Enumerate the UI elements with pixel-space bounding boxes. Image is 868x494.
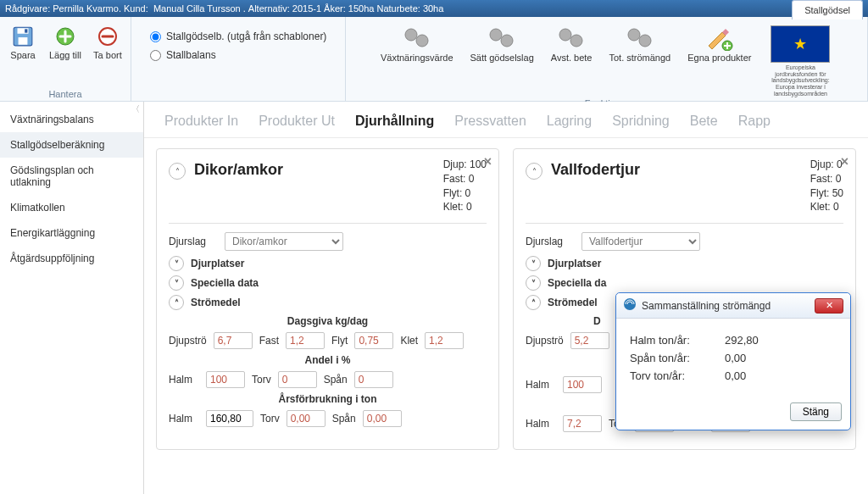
func-label-1: Växtnäringsvärde — [381, 53, 453, 63]
klet-input[interactable] — [425, 332, 464, 349]
mode-radio-stallbalans-input[interactable] — [150, 50, 161, 61]
djupstro-label: Djupströ — [169, 335, 207, 347]
func-tot-stromangd[interactable]: Tot. strömängd — [609, 25, 670, 63]
remove-button[interactable]: Ta bort — [93, 25, 122, 60]
collapse-sidebar-icon[interactable]: 〈 — [131, 103, 140, 115]
add-button[interactable]: Lägg till — [49, 25, 81, 60]
remove-label: Ta bort — [93, 50, 122, 60]
mode-radio-schablon-input[interactable] — [150, 31, 161, 42]
pencil-add-icon — [704, 25, 735, 51]
ars-span-input[interactable] — [363, 410, 402, 427]
app-logo-icon — [623, 297, 637, 314]
djurslag-label: Djurslag — [526, 236, 575, 247]
ribbon-tab-stallgodsel[interactable]: Stallgödsel — [792, 0, 863, 19]
modal-close-button[interactable]: ✕ — [815, 298, 843, 314]
flyt-input[interactable] — [354, 332, 393, 349]
tab-pressvatten[interactable]: Pressvatten — [454, 114, 526, 129]
section-stromedel-label: Strömedel — [548, 297, 598, 308]
andel-halm-input[interactable] — [563, 376, 602, 393]
toggle-stromedel[interactable]: ˄ — [169, 295, 184, 310]
gears-icon — [556, 25, 587, 51]
close-card-icon[interactable]: × — [484, 154, 492, 169]
toggle-speciella[interactable]: ˅ — [169, 275, 184, 291]
subtabs: Produkter In Produkter Ut Djurhållning P… — [144, 102, 868, 138]
ribbon: Spara Lägg till Ta bort Hantera Stallgöd… — [0, 17, 868, 102]
card-dikor-amkor: × ˄ Dikor/amkor Djup: 100 Fast: 0 Flyt: … — [156, 148, 499, 450]
mode-radio-stallbalans[interactable]: Stallbalans — [150, 49, 216, 61]
stat-fast: Fast: 0 — [443, 172, 487, 186]
func-egna-produkter[interactable]: Egna produkter — [687, 25, 751, 63]
func-vaxtnaringsvarde[interactable]: Växtnäringsvärde — [381, 25, 453, 63]
klet-label: Klet — [400, 335, 418, 347]
advisor-value: Pernilla Kvarmo. — [53, 0, 121, 17]
toggle-djurplatser[interactable]: ˅ — [526, 256, 541, 271]
toggle-stromedel[interactable]: ˄ — [526, 295, 541, 310]
alt-value: 2015-1 Åker: 150ha Naturbete: 30ha — [292, 0, 444, 17]
ribbon-group-mode: Stallgödselb. (utgå från schabloner) Sta… — [131, 17, 346, 101]
modal-footer: Stäng — [616, 397, 850, 430]
djurslag-select[interactable]: Vallfodertjur — [581, 232, 700, 251]
djurslag-select[interactable]: Dikor/amkor — [225, 232, 343, 251]
tab-produkter-in[interactable]: Produkter In — [164, 114, 238, 129]
andel-torv-input[interactable] — [278, 371, 317, 388]
mode-radio-schablon[interactable]: Stallgödselb. (utgå från schabloner) — [150, 31, 326, 42]
ars-torv-input[interactable] — [287, 410, 326, 427]
tab-produkter-ut[interactable]: Produkter Ut — [259, 114, 335, 129]
customer-label: Kund: — [124, 0, 148, 17]
stat-djup: Djup: 0 — [810, 158, 843, 172]
modal-row-halm-label: Halm ton/år: — [630, 334, 715, 347]
djupstro-input[interactable] — [570, 332, 609, 349]
tab-lagring[interactable]: Lagring — [547, 114, 592, 129]
fast-input[interactable] — [286, 332, 325, 349]
tab-bete[interactable]: Bete — [690, 114, 718, 129]
save-label: Spara — [10, 50, 35, 60]
minus-circle-icon — [97, 25, 119, 47]
tab-djurhallning[interactable]: Djurhållning — [355, 114, 434, 129]
sidebar-item-godslingsplan[interactable]: Gödslingsplan och utlakning — [0, 158, 143, 195]
svg-point-9 — [501, 35, 513, 47]
close-card-icon[interactable]: × — [841, 154, 849, 169]
func-label-4: Tot. strömängd — [609, 53, 670, 63]
sidebar-item-vaxtnaringsbalans[interactable]: Växtnäringsbalans — [0, 107, 143, 132]
modal-close-stang-button[interactable]: Stäng — [790, 402, 842, 421]
sidebar-item-atgardsuppfoljning[interactable]: Åtgärdsuppföljning — [0, 246, 143, 271]
eu-flag-icon: ★ — [771, 25, 830, 63]
djupstro-input[interactable] — [214, 332, 253, 349]
sidebar-item-energikartlaggning[interactable]: Energikartläggning — [0, 220, 143, 246]
djupstro-label: Djupströ — [526, 335, 564, 347]
collapse-card-toggle[interactable]: ˄ — [169, 163, 186, 180]
modal-title-text: Sammanställning strömängd — [642, 300, 771, 312]
toggle-speciella[interactable]: ˅ — [526, 275, 541, 291]
plus-circle-icon — [54, 25, 76, 47]
toggle-djurplatser[interactable]: ˅ — [169, 256, 184, 271]
andel-span-label: Spån — [324, 374, 348, 386]
save-button[interactable]: Spara — [8, 25, 37, 60]
ars-halm-input[interactable] — [563, 415, 602, 432]
sidebar-item-klimatkollen[interactable]: Klimatkollen — [0, 195, 143, 220]
func-avst-bete[interactable]: Avst. bete — [551, 25, 593, 63]
func-satt-godselslag[interactable]: Sätt gödselslag — [470, 25, 534, 63]
tab-rapp[interactable]: Rapp — [738, 114, 771, 129]
section-djurplatser-label: Djurplatser — [191, 258, 244, 269]
tab-spridning[interactable]: Spridning — [612, 114, 670, 129]
andel-halm-input[interactable] — [206, 371, 245, 388]
svg-rect-3 — [25, 29, 27, 32]
sidebar: 〈 Växtnäringsbalans Stallgödselberäkning… — [0, 102, 144, 494]
card-stats: Djup: 100 Fast: 0 Flyt: 0 Klet: 0 — [443, 158, 487, 214]
sidebar-item-stallgodselberakning[interactable]: Stallgödselberäkning — [0, 132, 143, 158]
card-title: Dikor/amkor — [194, 158, 283, 179]
andel-span-input[interactable] — [354, 371, 393, 388]
svg-point-11 — [570, 35, 582, 47]
svg-point-6 — [405, 29, 417, 41]
section-djurplatser-label: Djurplatser — [548, 258, 601, 269]
collapse-card-toggle[interactable]: ˄ — [526, 163, 542, 180]
mode-radio-stallbalans-label: Stallbalans — [166, 49, 216, 61]
stat-klet: Klet: 0 — [443, 200, 487, 214]
modal-titlebar[interactable]: Sammanställning strömängd ✕ — [616, 293, 850, 319]
andel-header: Andel i % — [169, 354, 487, 366]
andel-halm-label: Halm — [526, 379, 556, 391]
ars-halm-input[interactable] — [206, 410, 253, 427]
func-label-5: Egna produkter — [687, 53, 751, 63]
ars-header: Årsförbrukning i ton — [169, 393, 487, 405]
alt-label: Alternativ: — [248, 0, 290, 17]
